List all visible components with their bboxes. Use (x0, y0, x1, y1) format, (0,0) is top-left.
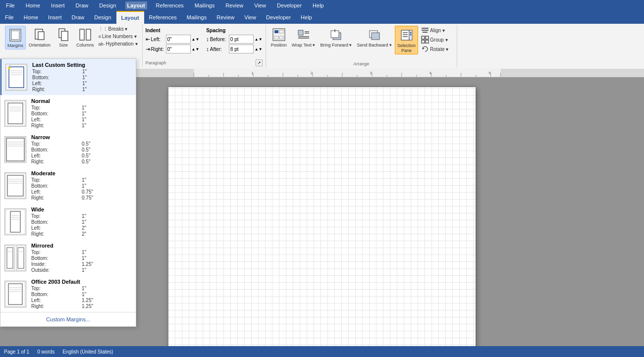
menu-design[interactable]: Design (97, 1, 118, 9)
indent-right-input[interactable] (166, 45, 191, 53)
tab-file[interactable]: File (0, 11, 19, 24)
svg-rect-13 (274, 30, 278, 33)
svg-rect-38 (426, 36, 429, 39)
group-button[interactable]: Group ▾ (419, 35, 454, 44)
custom-margins-button[interactable]: Custom Margins... (0, 312, 136, 326)
margins-dropdown: ★ Last Custom Setting Top:1" Bottom:1" L… (0, 58, 136, 327)
svg-point-32 (410, 32, 411, 34)
indent-right-spinner[interactable]: ▲▼ (192, 47, 200, 51)
spacing-after-input[interactable] (229, 45, 254, 53)
line-numbers-label: Line Numbers ▾ (102, 34, 137, 39)
svg-text:3: 3 (370, 70, 373, 75)
spacing-before-spinner[interactable]: ▲▼ (255, 37, 263, 42)
menu-developer[interactable]: Developer (275, 1, 304, 9)
tab-view[interactable]: View (239, 11, 261, 24)
selection-pane-label: SelectionPane (397, 43, 416, 53)
menu-file[interactable]: File (4, 1, 17, 9)
hyphenation-label: Hyphenation ▾ (106, 41, 138, 47)
svg-rect-39 (422, 40, 425, 43)
menu-draw[interactable]: Draw (74, 1, 91, 9)
spacing-before-icon: ↕ (206, 36, 209, 42)
svg-rect-10 (80, 29, 84, 40)
menu-home[interactable]: Home (24, 1, 42, 9)
rotate-button[interactable]: Rotate ▾ (419, 45, 454, 53)
tab-insert[interactable]: Insert (43, 11, 67, 24)
size-button[interactable]: Size (54, 26, 73, 49)
tab-mailings[interactable]: Mailings (182, 11, 212, 24)
svg-rect-14 (274, 36, 278, 39)
columns-button[interactable]: Columns (74, 26, 96, 49)
indent-left-spinner[interactable]: ▲▼ (192, 37, 200, 42)
mirrored-details: Top:1" Bottom:1" Inside:1.25" Outside:1" (31, 250, 132, 273)
svg-rect-26 (372, 33, 379, 40)
spacing-after-spinner[interactable]: ▲▼ (255, 47, 263, 51)
menu-layout[interactable]: Layout (125, 1, 147, 9)
align-button[interactable]: Align ▾ (419, 26, 454, 35)
status-bar: Page 1 of 1 0 words English (United Stat… (0, 346, 644, 357)
svg-rect-17 (298, 30, 303, 35)
menu-mailings[interactable]: Mailings (193, 1, 216, 9)
star-icon: ★ (7, 65, 11, 71)
word-count: 0 words (37, 349, 54, 355)
position-button[interactable]: Position (269, 26, 289, 49)
orientation-button[interactable]: Orientation (27, 26, 53, 49)
svg-point-33 (410, 34, 411, 36)
document-page (168, 87, 476, 346)
menu-insert[interactable]: Insert (49, 1, 67, 9)
paragraph-dialog-launcher[interactable]: ↗ (256, 59, 263, 66)
indent-left-label: Left: (151, 37, 165, 42)
wrap-text-button[interactable]: Wrap Text ▾ (290, 26, 318, 49)
spacing-before-input[interactable] (229, 35, 254, 44)
svg-rect-57 (5, 173, 25, 198)
margin-item-narrow[interactable]: Narrow Top:0.5" Bottom:0.5" Left:0.5" Ri… (0, 131, 136, 167)
hyphenation-button[interactable]: ab- Hyphenation ▾ (97, 41, 139, 47)
tab-developer[interactable]: Developer (261, 11, 296, 24)
tab-help[interactable]: Help (296, 11, 317, 24)
margin-icon-normal (4, 100, 26, 127)
margin-text-wide: Wide Top:1" Bottom:1" Left:2" Right:2" (31, 206, 132, 237)
svg-rect-11 (86, 29, 91, 40)
tab-review[interactable]: Review (212, 11, 239, 24)
margin-item-office2003[interactable]: Office 2003 Default Top:1" Bottom:1" Lef… (0, 276, 136, 312)
svg-rect-62 (5, 209, 25, 234)
menu-review[interactable]: Review (223, 1, 245, 9)
margin-item-mirrored[interactable]: Mirrored Top:1" Bottom:1" Inside:1.25" O… (0, 240, 136, 276)
margin-item-normal[interactable]: Normal Top:1" Bottom:1" Left:1" Right:1" (0, 95, 136, 131)
position-icon (271, 27, 287, 43)
margin-text-moderate: Moderate Top:1" Bottom:1" Left:0.75" Rig… (31, 170, 132, 201)
margin-icon-office2003 (4, 281, 26, 307)
send-backward-button[interactable]: Send Backward ▾ (355, 26, 394, 49)
margin-text-normal: Normal Top:1" Bottom:1" Left:1" Right:1" (31, 98, 132, 128)
margin-text-last-custom: Last Custom Setting Top:1" Bottom:1" Lef… (32, 62, 132, 92)
spacing-before-label: Before: (210, 37, 228, 42)
menu-references[interactable]: References (154, 1, 186, 9)
tab-layout[interactable]: Layout (116, 11, 144, 24)
menu-view[interactable]: View (252, 1, 268, 9)
selection-pane-icon (399, 27, 415, 43)
margins-button[interactable]: Margins (5, 26, 26, 50)
moderate-details: Top:1" Bottom:1" Left:0.75" Right:0.75" (31, 177, 132, 201)
menu-help[interactable]: Help (311, 1, 326, 9)
margin-item-moderate[interactable]: Moderate Top:1" Bottom:1" Left:0.75" Rig… (0, 167, 136, 204)
spacing-after-icon: ↕ (206, 46, 209, 52)
breaks-button[interactable]: ⋮⋮ Breaks ▾ (97, 26, 139, 32)
tab-references[interactable]: References (144, 11, 182, 24)
arrange-label: Arrange (266, 61, 457, 66)
align-label: Align ▾ (430, 28, 445, 33)
selection-pane-button[interactable]: SelectionPane (395, 26, 418, 54)
line-numbers-button[interactable]: ≡ Line Numbers ▾ (97, 33, 139, 40)
indent-section: Indent ⇤ Left: ▲▼ ⇥ Right: ▲▼ (146, 28, 200, 53)
bring-forward-icon (328, 27, 344, 43)
indent-right-label: Right: (151, 47, 165, 52)
svg-rect-47 (5, 101, 25, 126)
margin-item-last-custom[interactable]: ★ Last Custom Setting Top:1" Bottom:1" L… (0, 59, 136, 95)
tab-draw[interactable]: Draw (67, 11, 90, 24)
tab-design[interactable]: Design (89, 11, 116, 24)
page-info: Page 1 of 1 (4, 349, 29, 355)
tab-home[interactable]: Home (19, 11, 43, 24)
indent-left-input[interactable] (166, 35, 191, 44)
svg-rect-52 (5, 137, 25, 162)
margin-item-wide[interactable]: Wide Top:1" Bottom:1" Left:2" Right:2" (0, 204, 136, 240)
office2003-title: Office 2003 Default (31, 279, 132, 285)
bring-forward-button[interactable]: Bring Forward ▾ (318, 26, 354, 49)
